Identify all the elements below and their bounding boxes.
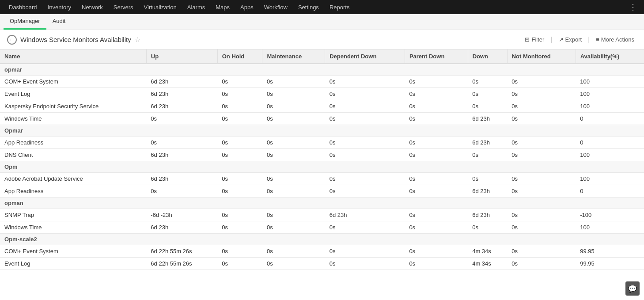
- cell-dependent_down: 0s: [325, 76, 405, 88]
- cell-dependent_down: 0s: [325, 113, 405, 125]
- more-actions-label: More Actions: [601, 36, 634, 43]
- nav-inventory[interactable]: Inventory: [42, 0, 76, 14]
- cell-maintenance: 0s: [262, 88, 325, 100]
- subnav-opmanager[interactable]: OpManager: [4, 14, 46, 30]
- separator-2: |: [588, 36, 590, 44]
- cell-not_monitored: 0s: [507, 245, 576, 258]
- cell-down: 0s: [468, 149, 507, 161]
- cell-availability: 100: [576, 221, 644, 234]
- cell-down: 6d 23h: [468, 209, 507, 221]
- cell-up: 0s: [146, 185, 217, 197]
- group-row: Opm-scale2: [0, 234, 644, 245]
- cell-not_monitored: 0s: [507, 76, 576, 88]
- cell-on_hold: 0s: [217, 88, 262, 100]
- cell-name: App Readiness: [0, 185, 146, 197]
- cell-availability: 0: [576, 113, 644, 125]
- cell-down: 6d 23h: [468, 137, 507, 149]
- cell-parent_down: 0s: [405, 245, 468, 258]
- group-name: Opm-scale2: [0, 234, 644, 245]
- cell-name: App Readiness: [0, 137, 146, 149]
- cell-on_hold: 0s: [217, 258, 262, 270]
- cell-on_hold: 0s: [217, 245, 262, 258]
- group-row: opman: [0, 197, 644, 209]
- cell-maintenance: 0s: [262, 76, 325, 88]
- cell-parent_down: 0s: [405, 76, 468, 88]
- table-row[interactable]: App Readiness0s0s0s0s0s6d 23h0s0: [0, 137, 644, 149]
- cell-on_hold: 0s: [217, 173, 262, 185]
- export-button[interactable]: ↗ Export: [556, 34, 585, 45]
- nav-virtualization[interactable]: Virtualization: [139, 0, 182, 14]
- cell-down: 4m 34s: [468, 245, 507, 258]
- col-parent-down: Parent Down: [405, 49, 468, 64]
- nav-settings[interactable]: Settings: [293, 0, 324, 14]
- cell-name: Event Log: [0, 88, 146, 100]
- col-up: Up: [146, 49, 217, 64]
- table-row[interactable]: DNS Client6d 23h0s0s0s0s0s0s100: [0, 149, 644, 161]
- table-row[interactable]: COM+ Event System6d 22h 55m 26s0s0s0s0s4…: [0, 245, 644, 258]
- cell-down: 0s: [468, 76, 507, 88]
- cell-not_monitored: 0s: [507, 149, 576, 161]
- availability-table: Name Up On Hold Maintenance Dependent Do…: [0, 49, 644, 270]
- cell-maintenance: 0s: [262, 173, 325, 185]
- filter-button[interactable]: ⊟ Filter: [522, 34, 547, 45]
- filter-label: Filter: [531, 36, 544, 43]
- table-row[interactable]: Windows Time0s0s0s0s0s6d 23h0s0: [0, 113, 644, 125]
- cell-down: 0s: [468, 88, 507, 100]
- cell-name: COM+ Event System: [0, 245, 146, 258]
- nav-alarms[interactable]: Alarms: [182, 0, 210, 14]
- table-row[interactable]: Kaspersky Endpoint Security Service6d 23…: [0, 100, 644, 113]
- cell-down: 4m 34s: [468, 258, 507, 270]
- cell-maintenance: 0s: [262, 209, 325, 221]
- cell-name: Adobe Acrobat Update Service: [0, 173, 146, 185]
- nav-servers[interactable]: Servers: [108, 0, 139, 14]
- table-row[interactable]: App Readiness0s0s0s0s0s6d 23h0s0: [0, 185, 644, 197]
- back-button[interactable]: ←: [7, 35, 17, 45]
- cell-dependent_down: 0s: [325, 173, 405, 185]
- nav-workflow[interactable]: Workflow: [259, 0, 293, 14]
- cell-availability: 99.95: [576, 245, 644, 258]
- cell-up: 6d 22h 55m 26s: [146, 258, 217, 270]
- table-row[interactable]: SNMP Trap-6d -23h0s0s6d 23h0s6d 23h0s-10…: [0, 209, 644, 221]
- more-actions-button[interactable]: ≡ More Actions: [593, 34, 637, 45]
- cell-up: 6d 23h: [146, 100, 217, 113]
- cell-parent_down: 0s: [405, 137, 468, 149]
- favorite-star-icon[interactable]: ☆: [135, 36, 140, 44]
- table-row[interactable]: Windows Time6d 23h0s0s0s0s0s0s100: [0, 221, 644, 234]
- col-dependent-down: Dependent Down: [325, 49, 405, 64]
- cell-name: Windows Time: [0, 113, 146, 125]
- cell-on_hold: 0s: [217, 149, 262, 161]
- cell-on_hold: 0s: [217, 100, 262, 113]
- nav-apps[interactable]: Apps: [235, 0, 259, 14]
- cell-availability: 100: [576, 149, 644, 161]
- table-row[interactable]: Event Log6d 22h 55m 26s0s0s0s0s4m 34s0s9…: [0, 258, 644, 270]
- cell-not_monitored: 0s: [507, 258, 576, 270]
- cell-availability: 0: [576, 185, 644, 197]
- subnav-audit[interactable]: Audit: [46, 14, 72, 30]
- cell-down: 6d 23h: [468, 113, 507, 125]
- cell-up: 6d 23h: [146, 76, 217, 88]
- cell-name: COM+ Event System: [0, 76, 146, 88]
- filter-icon: ⊟: [525, 36, 530, 43]
- cell-not_monitored: 0s: [507, 137, 576, 149]
- table-row[interactable]: Event Log6d 23h0s0s0s0s0s0s100: [0, 88, 644, 100]
- chat-icon[interactable]: 💬: [625, 281, 640, 296]
- cell-on_hold: 0s: [217, 221, 262, 234]
- cell-maintenance: 0s: [262, 185, 325, 197]
- more-menu-icon[interactable]: ⋮: [625, 2, 640, 12]
- cell-not_monitored: 0s: [507, 209, 576, 221]
- table-row[interactable]: Adobe Acrobat Update Service6d 23h0s0s0s…: [0, 173, 644, 185]
- cell-not_monitored: 0s: [507, 88, 576, 100]
- nav-network[interactable]: Network: [76, 0, 108, 14]
- cell-maintenance: 0s: [262, 137, 325, 149]
- cell-dependent_down: 6d 23h: [325, 209, 405, 221]
- cell-dependent_down: 0s: [325, 149, 405, 161]
- cell-availability: 100: [576, 100, 644, 113]
- export-label: Export: [565, 36, 582, 43]
- nav-maps[interactable]: Maps: [210, 0, 235, 14]
- table-row[interactable]: COM+ Event System6d 23h0s0s0s0s0s0s100: [0, 76, 644, 88]
- nav-dashboard[interactable]: Dashboard: [4, 0, 42, 14]
- cell-maintenance: 0s: [262, 258, 325, 270]
- nav-reports[interactable]: Reports: [324, 0, 355, 14]
- group-name: opmar: [0, 64, 644, 76]
- cell-on_hold: 0s: [217, 137, 262, 149]
